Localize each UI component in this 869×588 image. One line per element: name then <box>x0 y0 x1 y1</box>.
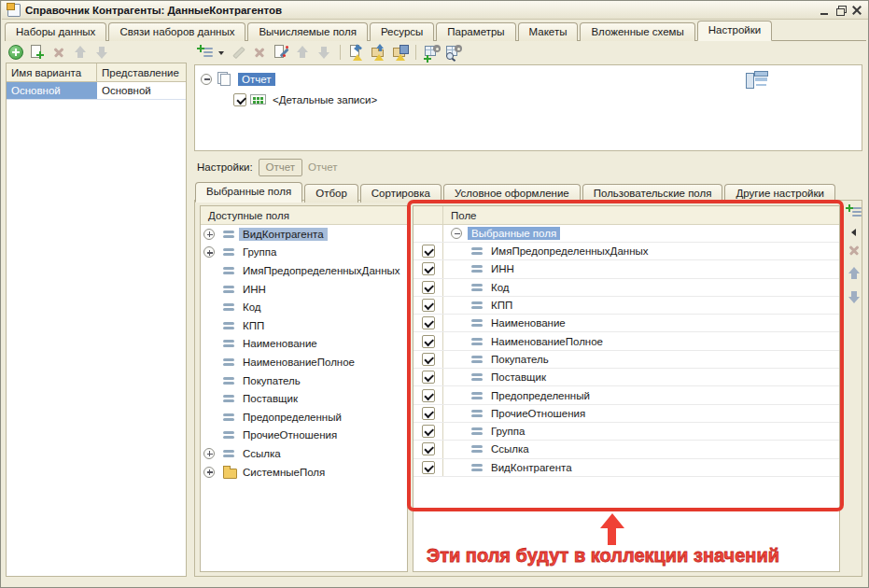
available-field-row[interactable]: Покупатель <box>201 371 407 390</box>
field-label[interactable]: ИНН <box>491 263 514 274</box>
add-element-dropdown-icon[interactable] <box>218 44 225 61</box>
copy-variant-icon[interactable] <box>29 44 46 61</box>
available-field-row[interactable]: ИНН <box>201 280 407 299</box>
selected-field-row[interactable]: КПП <box>413 297 839 315</box>
variant-name-cell[interactable]: Основной <box>7 82 97 99</box>
move-down-icon[interactable] <box>315 44 332 61</box>
settings-tab[interactable]: Сортировка <box>360 184 442 203</box>
expand-icon[interactable] <box>203 467 215 478</box>
report-path-button[interactable]: Отчет <box>259 159 303 176</box>
field-checkbox[interactable] <box>422 442 435 455</box>
field-label[interactable]: Наименование <box>491 317 566 329</box>
minimize-icon[interactable] <box>819 4 832 17</box>
save-settings-icon[interactable] <box>391 44 408 61</box>
field-checkbox[interactable] <box>422 316 435 329</box>
field-label[interactable]: КПП <box>491 300 512 311</box>
available-field-row[interactable]: НаименованиеПолное <box>201 353 407 371</box>
collapse-icon[interactable] <box>201 74 212 85</box>
move-field-down-icon[interactable] <box>846 288 862 305</box>
field-label[interactable]: Группа <box>491 426 525 437</box>
detail-records-checkbox[interactable] <box>233 93 246 106</box>
load-settings-icon[interactable] <box>370 44 386 61</box>
selected-field-row[interactable]: Покупатель <box>413 351 839 369</box>
selected-field-row[interactable]: Поставщик <box>413 369 839 386</box>
close-icon[interactable] <box>850 4 863 17</box>
move-variant-down-icon[interactable] <box>93 44 110 61</box>
field-label[interactable]: ВидКонтрагента <box>239 228 328 241</box>
field-label[interactable]: ИмяПредопределенныхДанных <box>491 245 649 257</box>
field-label[interactable]: Ссылка <box>491 443 529 455</box>
field-label[interactable]: Код <box>243 301 261 313</box>
main-tab[interactable]: Параметры <box>436 22 515 41</box>
available-field-row[interactable]: Ссылка <box>201 444 407 463</box>
settings-tab[interactable]: Другие настройки <box>724 184 834 203</box>
field-checkbox[interactable] <box>422 281 435 294</box>
settings-tab[interactable]: Условное оформление <box>443 184 581 203</box>
selected-field-row[interactable]: Код <box>413 279 839 297</box>
settings-tab[interactable]: Пользовательские поля <box>582 184 723 203</box>
available-field-row[interactable]: Наименование <box>201 335 407 354</box>
settings-wizard-icon[interactable] <box>273 44 289 61</box>
field-label[interactable]: ИНН <box>243 284 266 295</box>
selected-field-row[interactable]: Наименование <box>413 315 839 332</box>
add-element-icon[interactable] <box>197 44 214 61</box>
field-label[interactable]: Покупатель <box>491 354 549 365</box>
main-tab[interactable]: Ресурсы <box>370 22 434 41</box>
column-header-view[interactable]: Представление <box>97 63 186 81</box>
field-label[interactable]: ИмяПредопределенныхДанных <box>243 265 400 276</box>
available-field-row[interactable]: ИмяПредопределенныхДанных <box>201 261 407 280</box>
selected-field-row[interactable]: НаименованиеПолное <box>413 332 839 350</box>
report-node-label[interactable]: Отчет <box>238 73 275 86</box>
group-label[interactable]: Выбранные поля <box>468 227 560 240</box>
selected-fields-group-row[interactable]: Выбранные поля <box>413 225 839 243</box>
main-tab[interactable]: Наборы данных <box>5 22 106 41</box>
tree-row-detail-records[interactable]: <Детальные записи> <box>233 91 377 107</box>
variant-view-cell[interactable]: Основной <box>97 82 186 99</box>
field-label[interactable]: Предопределенный <box>491 390 590 401</box>
tree-row-report[interactable]: Отчет <box>201 71 275 87</box>
main-tab[interactable]: Настройки <box>697 21 772 41</box>
field-checkbox[interactable] <box>422 407 435 420</box>
field-checkbox[interactable] <box>422 461 435 474</box>
field-label[interactable]: ВидКонтрагента <box>491 462 572 473</box>
edit-element-icon[interactable] <box>230 44 246 61</box>
composer-settings-icon[interactable] <box>424 44 441 61</box>
expand-icon[interactable] <box>203 246 215 258</box>
selected-field-row[interactable]: ИНН <box>413 260 839 278</box>
expand-icon[interactable] <box>203 448 215 459</box>
available-field-row[interactable]: СистемныеПоля <box>201 463 407 482</box>
field-label[interactable]: Поставщик <box>243 393 298 404</box>
field-label[interactable]: СистемныеПоля <box>243 467 325 478</box>
available-field-row[interactable]: ПрочиеОтношения <box>201 427 407 445</box>
add-variant-icon[interactable] <box>7 44 24 61</box>
field-label[interactable]: ПрочиеОтношения <box>243 429 337 441</box>
restore-standard-settings-icon[interactable] <box>348 44 365 61</box>
move-field-up-icon[interactable] <box>846 265 862 282</box>
available-field-row[interactable]: Код <box>201 298 407 316</box>
field-checkbox[interactable] <box>422 389 435 402</box>
field-label[interactable]: Код <box>491 282 510 293</box>
move-variant-up-icon[interactable] <box>72 44 89 61</box>
collapse-panel-icon[interactable] <box>850 229 858 236</box>
delete-element-icon[interactable] <box>251 44 268 61</box>
expand-icon[interactable] <box>203 229 215 240</box>
main-tab[interactable]: Вложенные схемы <box>580 22 694 41</box>
available-field-row[interactable]: Предопределенный <box>201 408 407 427</box>
main-tab[interactable]: Макеты <box>518 22 579 41</box>
field-label[interactable]: Предопределенный <box>243 412 342 423</box>
add-field-icon[interactable] <box>846 203 862 220</box>
field-label[interactable]: ПрочиеОтношения <box>491 408 585 419</box>
field-checkbox[interactable] <box>422 262 435 275</box>
delete-variant-icon[interactable] <box>50 44 67 61</box>
column-header-name[interactable]: Имя варианта <box>7 63 97 81</box>
field-label[interactable]: Наименование <box>243 338 317 349</box>
variant-row[interactable]: Основной Основной <box>7 82 186 100</box>
field-checkbox[interactable] <box>422 299 435 312</box>
restore-icon[interactable] <box>834 4 848 17</box>
field-label[interactable]: Группа <box>243 246 276 258</box>
main-tab[interactable]: Вычисляемые поля <box>247 22 368 41</box>
field-column-header[interactable]: Поле <box>443 206 477 224</box>
selected-field-row[interactable]: Предопределенный <box>413 386 839 404</box>
field-checkbox[interactable] <box>422 353 435 366</box>
selected-field-row[interactable]: Группа <box>413 423 839 441</box>
